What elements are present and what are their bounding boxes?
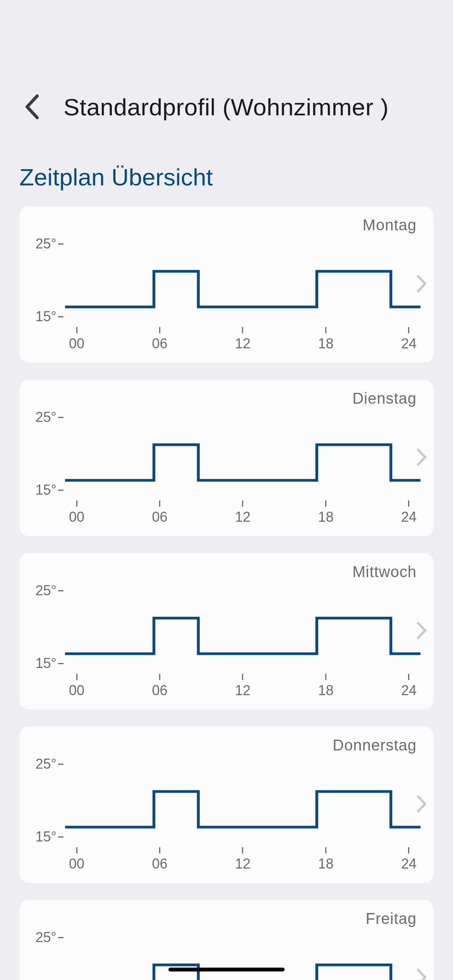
y-axis-label: 15° (36, 829, 63, 845)
x-axis-label: 24 (401, 500, 417, 525)
x-axis-label: 00 (69, 847, 84, 872)
x-axis-label: 12 (235, 327, 251, 352)
back-button[interactable] (19, 89, 44, 125)
y-axis-label: 25° (36, 756, 63, 772)
x-axis-label: 06 (152, 674, 167, 699)
x-axis-label: 24 (401, 847, 417, 872)
y-axis: 25°15° (26, 583, 65, 672)
day-label: Dienstag (352, 390, 417, 407)
x-axis-label: 06 (152, 500, 167, 525)
day-card[interactable]: Donnerstag25°15°0006121824 (19, 726, 434, 883)
y-axis-label: 25° (36, 583, 63, 599)
x-axis-label: 24 (401, 674, 417, 699)
day-card[interactable]: Montag25°15°0006121824 (19, 206, 434, 363)
day-label: Freitag (366, 910, 417, 927)
x-axis-label: 00 (69, 500, 84, 525)
y-axis-label: 25° (36, 929, 63, 946)
x-axis-label: 00 (69, 674, 84, 699)
day-label: Montag (363, 216, 417, 234)
chart: 25°15° (26, 409, 420, 498)
x-axis: 0006121824 (65, 672, 420, 699)
y-axis: 25°15° (26, 756, 65, 845)
y-axis-label: 15° (36, 482, 63, 498)
chart: 25°15° (26, 756, 420, 845)
day-label: Mittwoch (352, 563, 417, 581)
schedule-cards: Montag25°15°0006121824Dienstag25°15°0006… (0, 206, 453, 980)
day-card[interactable]: Mittwoch25°15°0006121824 (19, 553, 434, 709)
x-axis-label: 00 (69, 327, 84, 352)
y-axis: 25°15° (26, 409, 65, 498)
plot-area (65, 929, 420, 980)
page-title: Standardprofil (Wohnzimmer ) (63, 93, 389, 121)
x-axis-label: 12 (235, 674, 251, 699)
x-axis-label: 18 (318, 327, 333, 352)
y-axis: 25°15° (26, 929, 65, 980)
y-axis-label: 15° (36, 655, 63, 672)
x-axis-label: 12 (235, 847, 251, 872)
chart: 25°15° (26, 583, 420, 672)
x-axis-label: 24 (401, 327, 417, 352)
chart: 25°15° (26, 236, 420, 325)
y-axis-label: 25° (36, 409, 63, 425)
x-axis-label: 06 (152, 327, 167, 352)
plot-area (65, 236, 420, 325)
header: Standardprofil (Wohnzimmer ) (0, 0, 453, 140)
x-axis-label: 18 (318, 500, 333, 525)
y-axis-label: 25° (36, 236, 63, 252)
x-axis: 0006121824 (65, 498, 420, 525)
chevron-left-icon (23, 93, 40, 121)
day-card[interactable]: Dienstag25°15°0006121824 (19, 380, 434, 536)
x-axis-label: 18 (318, 847, 333, 872)
section-title: Zeitplan Übersicht (0, 140, 453, 206)
x-axis: 0006121824 (65, 845, 420, 872)
x-axis-label: 18 (318, 674, 333, 699)
plot-area (65, 409, 420, 498)
chart: 25°15° (26, 929, 420, 980)
plot-area (65, 756, 420, 845)
day-label: Donnerstag (333, 737, 417, 754)
y-axis-label: 15° (36, 308, 63, 325)
x-axis-label: 06 (152, 847, 167, 872)
x-axis-label: 12 (235, 500, 251, 525)
x-axis: 0006121824 (65, 325, 420, 352)
home-indicator (168, 968, 285, 971)
plot-area (65, 583, 420, 672)
y-axis: 25°15° (26, 236, 65, 325)
